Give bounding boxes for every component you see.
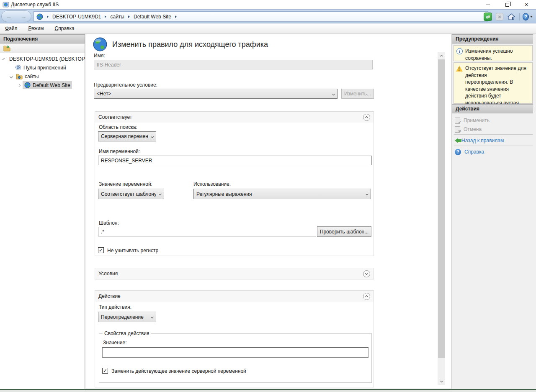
scroll-down-button[interactable] (438, 377, 445, 385)
tree-item-server[interactable]: DESKTOP-U1MK9D1 (DESKTOP (0, 54, 85, 63)
tree-item-default-web-site[interactable]: Default Web Site (0, 81, 85, 90)
collapse-button[interactable] (363, 114, 370, 121)
app-pools-icon (15, 64, 21, 71)
chevron-down-icon[interactable] (3, 58, 5, 60)
home-icon (508, 13, 515, 20)
scroll-thumb[interactable] (438, 59, 445, 358)
variable-name-input[interactable] (98, 156, 372, 165)
name-label: Имя: (94, 53, 105, 59)
breadcrumb-arrow-icon (175, 15, 177, 18)
address-toolbar: ⇄ ✕ ? (483, 11, 533, 22)
home-button[interactable] (506, 12, 516, 22)
stop-button[interactable]: ✕ (495, 12, 505, 22)
forward-icon[interactable]: → (21, 13, 27, 19)
action-properties-group: Свойства действия (99, 333, 372, 383)
using-value: Регулярные выражения (196, 191, 363, 197)
minimize-button[interactable] (478, 0, 497, 9)
close-button[interactable]: × (517, 0, 536, 9)
menu-file[interactable]: Файл (5, 26, 18, 31)
expand-button[interactable] (363, 270, 370, 277)
replace-value-checkbox[interactable]: ✓ (102, 368, 108, 374)
help-button[interactable]: ? (523, 12, 533, 22)
conditions-section-title: Условия (98, 271, 363, 277)
menu-bar: Файл Режим Справка (0, 23, 536, 34)
warning-icon (456, 66, 463, 72)
variable-value-select[interactable]: Соответствует шаблону (98, 189, 164, 199)
variable-name-label: Имя переменной: (99, 149, 140, 154)
scroll-up-icon (440, 55, 443, 58)
save-connections-icon[interactable] (3, 45, 10, 51)
connections-toolbar (0, 44, 85, 53)
tree-item-label: Пулы приложений (23, 65, 66, 71)
info-icon: i (456, 48, 463, 54)
sites-folder-icon (16, 74, 23, 79)
tree-item-sites[interactable]: сайты (0, 72, 85, 81)
breadcrumb-arrow-icon (47, 15, 49, 18)
separator (454, 134, 533, 135)
restore-button[interactable] (497, 0, 517, 9)
tree-item-label: Default Web Site (33, 82, 70, 88)
help-icon: ? (455, 149, 461, 155)
tree-item-label: сайты (25, 74, 39, 79)
name-input[interactable] (94, 60, 373, 69)
breadcrumb-arrow-icon (105, 15, 106, 18)
value-label: Значение: (103, 340, 127, 346)
match-section-header[interactable]: Соответствует (95, 112, 374, 123)
refresh-icon: ⇄ (484, 13, 492, 21)
page-globe-icon (93, 37, 108, 52)
connections-panel: Подключения DESKTOP-U1MK9D1 (DESKTOP (0, 34, 85, 389)
site-globe-icon (24, 82, 31, 88)
menu-view[interactable]: Режим (28, 26, 44, 31)
cancel-action[interactable]: ✕ Отмена (455, 125, 482, 133)
value-input[interactable] (102, 347, 368, 358)
precondition-select[interactable]: <Нет> (94, 89, 338, 99)
navigation-control: ← → (1, 10, 31, 22)
action-properties-title: Свойства действия (103, 331, 151, 336)
tree-selection: Default Web Site (23, 81, 72, 89)
back-icon[interactable]: ← (6, 13, 12, 19)
tree-item-app-pools[interactable]: Пулы приложений (0, 63, 85, 72)
chevron-down-icon (365, 272, 368, 274)
breadcrumb-item-default-web-site[interactable]: Default Web Site (134, 14, 171, 20)
using-label: Использование: (193, 181, 231, 187)
cancel-icon: ✕ (455, 126, 460, 133)
help-action[interactable]: ? Справка (455, 148, 484, 156)
stop-icon: ✕ (496, 13, 503, 20)
pattern-input[interactable] (98, 227, 316, 236)
toolbar-separator (519, 13, 520, 20)
precondition-label: Предварительное условие: (94, 82, 157, 88)
alert-text: Изменения успешно сохранены. (465, 48, 513, 61)
separator (454, 146, 533, 146)
alert-info: i Изменения успешно сохранены. (454, 45, 533, 61)
breadcrumb[interactable]: DESKTOP-U1MK9D1 сайты Default Web Site (34, 11, 488, 22)
cancel-label: Отмена (464, 126, 482, 132)
scope-select[interactable]: Серверная переменн (98, 131, 156, 141)
chevron-down-icon (330, 93, 337, 95)
action-type-select[interactable]: Переопределение (98, 312, 156, 322)
iis-logo-icon (3, 1, 9, 8)
apply-icon: ✓ (455, 118, 460, 124)
test-pattern-button[interactable]: Проверить шаблон... (317, 226, 371, 237)
apply-action[interactable]: ✓ Применить (455, 116, 490, 125)
toolbar-separator (14, 45, 14, 51)
ignore-case-checkbox[interactable]: ✓ (98, 247, 104, 253)
connections-tree: DESKTOP-U1MK9D1 (DESKTOP Пулы приложений… (0, 54, 85, 90)
back-arrow-icon (455, 138, 458, 143)
replace-value-label: Заменить действующее значение серверной … (111, 368, 246, 374)
warnings-header: Предупреждения (452, 34, 533, 44)
chevron-down-icon[interactable] (10, 74, 13, 78)
action-section-header[interactable]: Действие (95, 291, 374, 302)
breadcrumb-item-sites[interactable]: сайты (110, 14, 124, 20)
chevron-right-icon[interactable] (17, 83, 21, 87)
vertical-scrollbar[interactable] (438, 52, 445, 385)
using-select[interactable]: Регулярные выражения (193, 189, 371, 199)
back-to-rules-action[interactable]: Назад к правилам (455, 136, 504, 145)
scroll-up-button[interactable] (438, 52, 445, 59)
menu-help[interactable]: Справка (55, 26, 75, 31)
refresh-button[interactable]: ⇄ (483, 12, 493, 22)
collapse-button[interactable] (363, 293, 370, 300)
edit-precondition-button[interactable]: Изменить... (341, 89, 374, 99)
conditions-section-header[interactable]: Условия (95, 268, 374, 279)
breadcrumb-item-server[interactable]: DESKTOP-U1MK9D1 (52, 14, 101, 20)
tree-item-label: DESKTOP-U1MK9D1 (DESKTOP (9, 56, 85, 62)
